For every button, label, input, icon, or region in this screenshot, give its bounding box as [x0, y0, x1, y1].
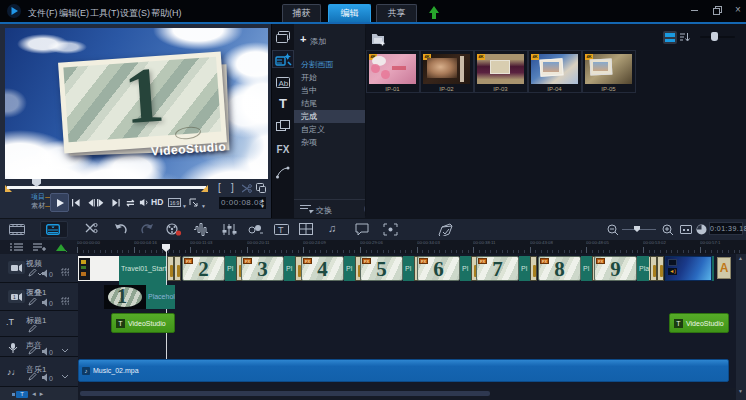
svg-text:0: 0 [49, 300, 53, 307]
svg-text:1: 1 [13, 294, 16, 300]
svg-text:T: T [278, 225, 284, 235]
svg-text:Ab: Ab [279, 79, 289, 88]
svg-text:0: 0 [49, 375, 53, 382]
svg-text:0: 0 [49, 349, 53, 356]
svg-text:0: 0 [49, 271, 53, 278]
